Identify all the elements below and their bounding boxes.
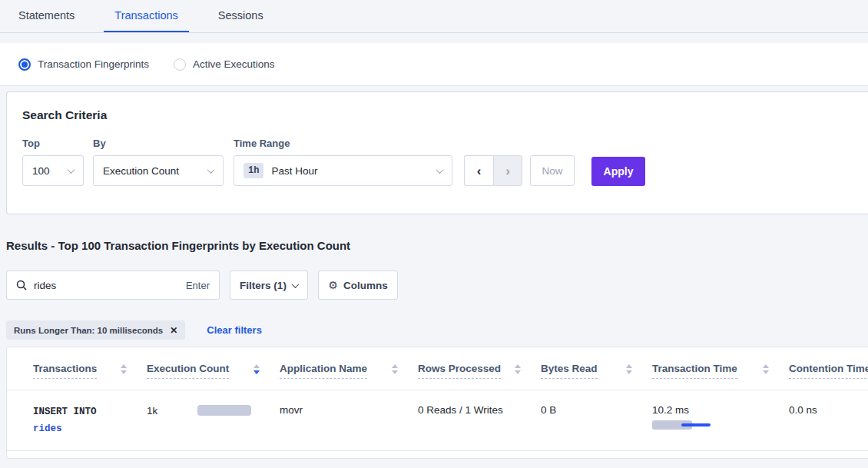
top-field: Top 100 [22,138,93,186]
active-filters-row: Runs Longer Than: 10 milliseconds ✕ Clea… [6,320,868,340]
previous-time-window-button[interactable]: ‹ [464,155,493,186]
time-range-label: Time Range [234,138,464,149]
column-header: Bytes Read [541,363,652,390]
by-value: Execution Count [103,165,179,177]
column-header: Application Name [280,363,418,390]
transaction-time-cell: 10.2 ms [652,404,789,438]
transaction-link[interactable]: rides [33,421,147,438]
results-title: Results - Top 100 Transaction Fingerprin… [6,239,868,252]
contention-time-cell: 0.0 ns [789,404,868,438]
rows-processed-cell: 0 Reads / 1 Writes [418,404,541,438]
radio-icon [18,58,31,71]
filter-chip-label: Runs Longer Than: 10 milliseconds [14,326,163,335]
search-criteria-card: Search Criteria Top 100 By Execution Cou… [6,91,868,214]
column-header: Execution Count [147,363,280,390]
clear-filters-link[interactable]: Clear filters [207,324,262,336]
column-header-label[interactable]: Transaction Time [652,363,737,379]
time-range-value: Past Hour [271,165,317,177]
transactions-page: Statements Transactions Sessions Transac… [0,0,868,468]
column-header-label[interactable]: Execution Count [147,363,229,379]
chevron-down-icon [291,280,299,288]
tab-label: Transactions [114,9,177,22]
apply-button[interactable]: Apply [591,157,645,186]
radio-label: Active Executions [193,58,275,70]
execution-count-cell: 1k [147,404,280,438]
remove-filter-icon[interactable]: ✕ [170,325,177,336]
tab-transactions[interactable]: Transactions [104,0,188,32]
top-select[interactable]: 100 [22,155,84,186]
tab-label: Statements [18,9,75,22]
enter-hint: Enter [186,280,210,291]
table-header-row: Transactions Execution Count Application… [7,347,868,390]
application-name-cell: movr [280,404,418,438]
by-select[interactable]: Execution Count [93,155,224,186]
time-range-badge: 1h [244,163,263,178]
tab-sessions[interactable]: Sessions [207,0,274,32]
sort-icon[interactable] [392,364,398,374]
search-icon [16,280,27,290]
radio-transaction-fingerprints[interactable]: Transaction Fingerprints [18,58,149,71]
bytes-read-cell: 0 B [541,404,652,438]
chevron-right-icon: › [505,164,510,178]
radio-label: Transaction Fingerprints [38,58,149,70]
column-header-label[interactable]: Rows Processed [418,363,501,379]
chevron-down-icon [207,166,215,174]
chevron-left-icon: ‹ [477,164,482,178]
time-range-field: Time Range 1h Past Hour [234,138,464,186]
results-table-card: Transactions Execution Count Application… [6,347,868,459]
tab-statements[interactable]: Statements [8,0,85,32]
table-row: INSERT INTO rides 1k movr 0 Reads / 1 Wr… [7,390,868,451]
search-criteria-title: Search Criteria [22,108,853,122]
column-header: Transaction Time [652,363,789,390]
chevron-down-icon [436,166,444,174]
sort-icon[interactable] [763,364,769,374]
transaction-time-value: 10.2 ms [652,404,789,416]
search-criteria-controls: Top 100 By Execution Count Time Range 1h… [22,138,853,186]
results-search-box[interactable]: Enter [6,271,220,300]
view-toggle-strip: Transaction Fingerprints Active Executio… [0,43,868,86]
column-header-label[interactable]: Contention Time [789,363,868,379]
gear-icon: ⚙ [328,279,338,291]
column-header: Transactions [33,363,147,390]
column-header-label[interactable]: Application Name [280,363,367,379]
results-controls: Enter Filters (1) ⚙ Columns [6,271,868,300]
transaction-fingerprint-cell: INSERT INTO rides [33,404,147,438]
filters-button-label: Filters (1) [240,280,287,291]
columns-button[interactable]: ⚙ Columns [318,271,398,300]
sort-icon[interactable] [253,364,260,374]
column-header: Rows Processed [418,363,541,390]
radio-active-executions[interactable]: Active Executions [174,58,275,71]
now-button[interactable]: Now [530,155,575,186]
page-tabs: Statements Transactions Sessions [0,0,868,33]
sort-icon[interactable] [121,364,127,374]
radio-icon [174,58,186,71]
execution-count-bar [197,405,251,416]
transaction-time-bar [652,420,721,430]
sort-icon[interactable] [515,364,521,374]
time-window-arrows: ‹ › [464,155,522,186]
chevron-down-icon [68,166,75,174]
by-label: By [93,138,234,149]
column-header: Contention Time [789,363,868,390]
column-header-label[interactable]: Transactions [33,363,97,379]
sort-icon[interactable] [626,364,632,374]
next-time-window-button[interactable]: › [493,155,522,186]
columns-button-label: Columns [343,280,388,291]
time-range-select[interactable]: 1h Past Hour [234,155,452,186]
top-label: Top [22,138,93,149]
by-field: By Execution Count [93,138,234,186]
filter-chip: Runs Longer Than: 10 milliseconds ✕ [6,320,185,340]
filters-button[interactable]: Filters (1) [230,271,308,300]
top-value: 100 [32,165,50,177]
execution-count-value: 1k [147,404,197,417]
tab-label: Sessions [218,9,263,22]
search-input[interactable] [34,280,186,291]
statement-text: INSERT INTO [33,404,147,421]
column-header-label[interactable]: Bytes Read [541,363,598,379]
